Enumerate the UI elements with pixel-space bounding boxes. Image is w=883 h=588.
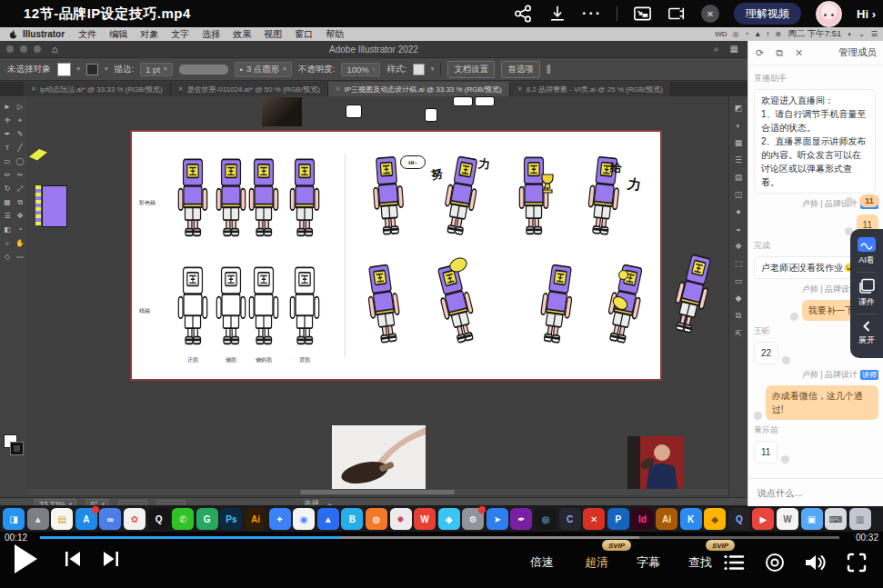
- panel-icon[interactable]: ⧉: [736, 311, 741, 321]
- dock-icon-cinema4d[interactable]: C: [559, 508, 581, 530]
- close-chat-icon[interactable]: ✕: [795, 47, 803, 59]
- dock-icon-keyboard-switch[interactable]: ⌨: [825, 508, 847, 530]
- courseware-icon[interactable]: [858, 278, 876, 294]
- courseware-label[interactable]: 课件: [858, 296, 875, 308]
- dock-icon-safari[interactable]: ✦: [269, 508, 291, 530]
- sneaker-sketch[interactable]: [425, 108, 437, 122]
- dock-icon-xmind[interactable]: ✕: [583, 508, 605, 530]
- tab-close-icon[interactable]: ✕: [517, 85, 523, 93]
- unread-count-badge[interactable]: 11: [859, 194, 879, 207]
- panel-icon[interactable]: ☰: [735, 155, 742, 164]
- brush-select[interactable]: •3 点圆形▾: [235, 62, 292, 77]
- panel-icon[interactable]: ●: [736, 207, 740, 216]
- menu-edit[interactable]: 编辑: [103, 28, 134, 41]
- tool-icon[interactable]: ◯: [14, 154, 26, 168]
- dock-icon-launchpad[interactable]: ▲: [27, 508, 49, 530]
- fill-stroke-indicator[interactable]: [4, 434, 24, 456]
- dock-icon-notes[interactable]: ▤: [51, 508, 73, 530]
- horizontal-scrollbar[interactable]: [27, 489, 729, 495]
- wifi-icon[interactable]: ≋: [775, 30, 781, 38]
- dock-icon-illustrator-alt[interactable]: Ai: [656, 508, 677, 530]
- menubar-app-name[interactable]: Illustrator: [23, 29, 65, 39]
- dock-icon-aperture[interactable]: ◎: [535, 508, 557, 530]
- tool-icon[interactable]: ◧: [1, 223, 14, 236]
- reference-photo-shoes[interactable]: [262, 97, 302, 126]
- panel-icon[interactable]: ⇱: [735, 329, 742, 338]
- dock-icon-color-wheel[interactable]: ✹: [390, 508, 412, 530]
- menu-window[interactable]: 窗口: [288, 28, 319, 41]
- pose-serve[interactable]: [430, 262, 483, 348]
- menu-list-icon[interactable]: ☰: [871, 30, 878, 38]
- tool-icon[interactable]: ✏: [1, 168, 14, 182]
- panel-icon[interactable]: ▦: [735, 138, 743, 147]
- tool-icon[interactable]: ⧉: [14, 195, 26, 209]
- panel-icon[interactable]: ◫: [735, 190, 743, 199]
- refresh-icon[interactable]: ⟳: [756, 47, 764, 59]
- dock-icon-blender[interactable]: ◍: [366, 508, 387, 530]
- dock-icon-photoshop[interactable]: Ps: [220, 508, 242, 530]
- menu-type[interactable]: 文字: [165, 28, 196, 41]
- dock-icon-designer[interactable]: ✒: [510, 508, 532, 530]
- record-icon[interactable]: [765, 553, 785, 573]
- tab-close-icon[interactable]: ✕: [31, 85, 36, 93]
- understand-video-button[interactable]: 理解视频: [734, 3, 801, 25]
- tool-icon[interactable]: ▷: [14, 100, 26, 114]
- dock-icon-chrome[interactable]: ◉: [293, 508, 315, 530]
- fullscreen-icon[interactable]: [847, 553, 867, 573]
- progress-bar[interactable]: [40, 536, 839, 539]
- document-tab[interactable]: ✕ip动态玩法.ai* @ 33.33 % (RGB/预览): [24, 82, 171, 96]
- character-back-color[interactable]: [287, 158, 322, 238]
- share-icon[interactable]: [513, 4, 533, 24]
- tool-icon[interactable]: ✥: [14, 209, 26, 223]
- document-tab[interactable]: ✕8.2 品牌要素 - VI类.ai @ 25 % (RGB/预览): [510, 82, 671, 96]
- quality-button[interactable]: 超清: [585, 554, 608, 571]
- pattern-swatch[interactable]: [35, 185, 41, 225]
- sneaker-sketch[interactable]: [346, 105, 362, 118]
- greeting-label[interactable]: Hi ›: [857, 7, 876, 21]
- expand-label[interactable]: 展开: [858, 334, 875, 346]
- tool-icon[interactable]: ⌕: [1, 236, 14, 250]
- pose-trophy[interactable]: [517, 156, 551, 236]
- emoji-dot[interactable]: [782, 356, 790, 364]
- character-threequarter-color[interactable]: [246, 158, 281, 238]
- menu-file[interactable]: 文件: [72, 28, 103, 41]
- tool-icon[interactable]: ▭: [1, 154, 14, 168]
- artboard[interactable]: 彩色稿 线稿 正面 侧面: [130, 130, 662, 381]
- dock-icon-sketch[interactable]: ◆: [704, 508, 726, 530]
- tool-icon[interactable]: 〰: [14, 250, 26, 264]
- fill-swatch[interactable]: [57, 63, 71, 76]
- character-side-line[interactable]: [214, 266, 248, 346]
- emoji-dot[interactable]: [781, 455, 789, 463]
- sneaker-sketch[interactable]: [453, 96, 473, 106]
- emoji-dot[interactable]: [790, 313, 798, 321]
- pip-icon[interactable]: [632, 4, 652, 24]
- popout-icon[interactable]: ⧉: [776, 47, 783, 59]
- dock-icon-keynote[interactable]: K: [680, 508, 702, 530]
- speed-button[interactable]: 倍速: [530, 554, 554, 571]
- sneaker-sketch[interactable]: [475, 96, 495, 106]
- character-side-color[interactable]: [214, 158, 248, 238]
- download-icon[interactable]: [547, 4, 567, 24]
- panel-icon[interactable]: ◒: [736, 224, 740, 234]
- expand-chevron-icon[interactable]: [860, 320, 873, 333]
- character-front-line[interactable]: [176, 266, 210, 346]
- character-back-line[interactable]: [287, 266, 322, 346]
- tool-icon[interactable]: ✛: [1, 114, 14, 127]
- dock-icon-g-tool[interactable]: G: [196, 508, 218, 530]
- menu-effect[interactable]: 效果: [226, 28, 257, 41]
- dock-icon-quicktime[interactable]: Q: [728, 508, 750, 530]
- document-setup-button[interactable]: 文档设置: [447, 61, 495, 78]
- playlist-icon[interactable]: [723, 553, 745, 572]
- stroke-width-field[interactable]: 1 pt▾: [140, 63, 172, 76]
- volume-icon[interactable]: [804, 553, 828, 572]
- tool-icon[interactable]: ◔: [14, 223, 26, 236]
- panel-icon[interactable]: ◐: [736, 121, 740, 130]
- panel-icon[interactable]: ◆: [736, 294, 742, 303]
- dock-icon-cursor-tool[interactable]: ➤: [487, 508, 508, 530]
- panel-icon[interactable]: ⬚: [735, 259, 743, 268]
- character-threequarter-line[interactable]: [246, 266, 281, 346]
- panel-icon[interactable]: ▤: [735, 173, 743, 182]
- opacity-field[interactable]: 100%›: [341, 63, 380, 76]
- style-swatch[interactable]: [413, 64, 425, 75]
- pose-fist[interactable]: [361, 263, 406, 346]
